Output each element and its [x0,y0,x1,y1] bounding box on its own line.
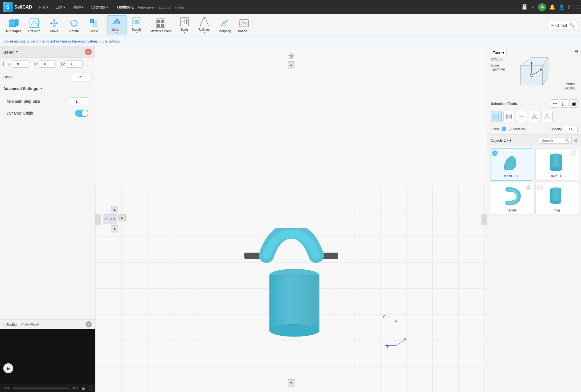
save-icon[interactable]: 💾 [521,4,527,10]
color-material-row: Color ⊞ Material Opacity [487,123,581,135]
viewport[interactable]: ‹ ▲ › ▲ RIGHT ▶ ▼ ▼ [95,46,487,392]
redo-button[interactable]: ↻ [70,73,92,81]
object-card-handle[interactable]: ◎ handle [490,183,533,215]
object-card-mug[interactable]: ○ mug [535,183,579,215]
edge-label: Edge [491,63,507,67]
y-checkbox[interactable] [31,62,35,66]
object-name-handle: handle [507,208,517,212]
share-icon[interactable]: ↗ [531,4,535,10]
nav-arrow-up[interactable]: ▲ [288,61,295,68]
material-label: Material [513,127,525,131]
tool-utilities[interactable]: Utilities ▾ [195,15,214,35]
panel-dropdown-arrow: ▾ [16,50,18,54]
sel-box-select-icon[interactable]: ⬚ [560,99,568,108]
xyz-x-item: X [3,60,28,68]
x-input[interactable] [12,60,28,68]
xyz-y-item: Y [31,60,56,68]
dynamic-origin-toggle[interactable] [75,110,88,117]
video-player: ▶ [0,329,95,384]
tool-sculpting[interactable]: Sculpting [215,15,234,35]
z-input[interactable] [66,60,83,68]
play-button[interactable]: ▶ [3,363,13,373]
min-step-input[interactable] [69,97,88,105]
selection-tools-area: Selection Tools ⊹ ⬚ ▣ [487,97,581,123]
top-bar: S SelfCAD File ▾ Edit ▾ View ▾ Settings … [0,0,581,14]
tool-3d-shapes[interactable]: 3D Shapes [2,15,24,35]
tool-deform[interactable]: Deform ▾ [107,15,126,35]
sel-shell-icon[interactable] [542,111,553,122]
z-label: Z [63,62,65,66]
x-checkbox[interactable] [3,62,7,66]
tool-modify[interactable]: Modify ▾ [127,15,146,35]
app-logo: S SelfCAD [3,2,32,12]
object-check-mesh160: ✓ [492,150,498,156]
object-eye-mug1[interactable]: ◎ [571,150,576,156]
find-tool-button[interactable]: Find Tool 🔍 [547,21,579,30]
volume-icon[interactable]: 🔈 [81,386,86,390]
objects-settings-icon[interactable]: ⚙ [574,138,578,143]
tool-rotate[interactable]: Rotate [64,15,84,35]
svg-rect-18 [161,24,164,27]
menu-settings[interactable]: Settings ▾ [88,4,110,10]
m-icon[interactable]: M [538,3,546,11]
opacity-input[interactable] [564,126,578,132]
video-progress-bar[interactable] [13,388,70,389]
modify-icon [131,17,142,27]
panel-close-button[interactable]: ✕ [85,49,92,55]
tool-stitch-scoop[interactable]: Stitch & Scoop [147,15,174,35]
object-card-mesh160[interactable]: ✓ mesh_160 [490,149,533,181]
sel-all-icon[interactable] [529,111,540,122]
tool-drawing[interactable]: Drawing [25,15,44,35]
z-checkbox[interactable] [58,62,62,66]
objects-search-icon: 🔍 [565,138,569,142]
tool-move[interactable]: Move [44,15,64,35]
tool-scale[interactable]: Scale [84,15,104,35]
object-preview-handle [501,185,523,207]
tools-dropdown: ▾ [184,31,185,34]
sel-cursor-icon[interactable]: ⊹ [551,99,559,108]
selection-top-icons: ⊹ ⬚ ▣ [551,99,578,108]
selection-tool-icons-row [487,110,581,123]
objects-search-input[interactable] [542,138,564,142]
svg-marker-27 [288,53,294,59]
sel-edge-face-icon[interactable] [503,111,514,122]
tools-label: Tools [181,28,188,31]
min-step-row: Minimum Step Size [3,95,92,107]
stitch-scoop-icon [155,18,166,29]
svg-rect-48 [494,114,499,119]
cube-viz-svg [509,49,554,93]
panel-title: Bend [3,50,14,54]
info-icon[interactable]: ℹ [568,4,570,10]
tool-tools[interactable]: Tools ▾ [175,15,194,35]
object-eye-handle[interactable]: ◎ [526,185,531,190]
sel-face-icon[interactable] [491,111,502,122]
settings-cog[interactable]: ⚙ [575,49,578,53]
sel-box-select2-icon[interactable]: ▣ [569,99,578,108]
video-fullscreen-icon[interactable]: ⛶ [88,386,92,390]
object-preview-mug [546,185,568,207]
advanced-settings-header[interactable]: Advanced Settings ▾ [0,84,95,94]
stitch-scoop-label: Stitch & Scoop [150,29,171,33]
toolbar: 3D Shapes Drawing Move Rotate Scale [0,14,581,36]
rotate-label: Rotate [69,29,79,33]
menu-edit[interactable]: Edit ▾ [53,4,68,10]
tool-image-t[interactable]: Image T [234,15,254,35]
redo-label: Redo [3,75,12,79]
collapse-button[interactable]: − [86,321,92,327]
y-input[interactable] [39,60,56,68]
fullscreen-icon[interactable]: ⛶ [573,4,578,10]
deform-icon [111,17,122,27]
object-card-mug1[interactable]: ◎ mug (1) [535,149,579,181]
face-mode-dropdown[interactable]: Face ▾ [490,49,507,56]
menu-file[interactable]: File ▾ [36,4,51,10]
tooltip-icon: ℹ [3,322,5,327]
user-icon[interactable]: 👤 [559,4,565,10]
sel-vertex-icon[interactable] [516,111,527,122]
toggle-knob [82,110,88,116]
color-picker[interactable] [501,126,506,131]
material-button[interactable]: ⊞ Material [509,127,525,131]
bell-icon[interactable]: 🔔 [549,4,555,10]
menu-view[interactable]: View ▾ [70,4,86,10]
video-panel: ℹ Tooltip Video Player − ▶ 00:00 00:00 🔈… [0,319,95,392]
redo-row: Redo ↻ [0,70,95,84]
